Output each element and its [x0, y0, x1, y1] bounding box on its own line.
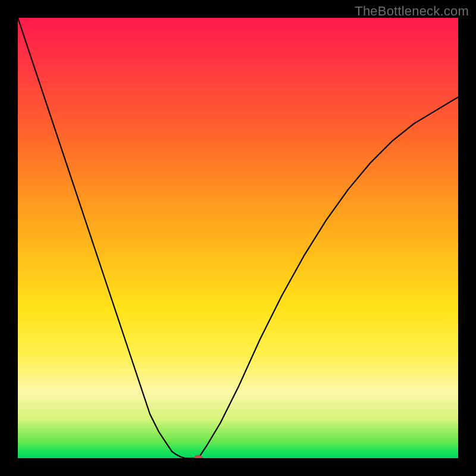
bottleneck-curve [18, 18, 458, 458]
min-marker [194, 455, 202, 458]
plot-area [18, 18, 458, 458]
chart-frame: TheBottleneck.com [0, 0, 476, 476]
watermark-text: TheBottleneck.com [355, 4, 469, 19]
curve-layer [18, 18, 458, 458]
